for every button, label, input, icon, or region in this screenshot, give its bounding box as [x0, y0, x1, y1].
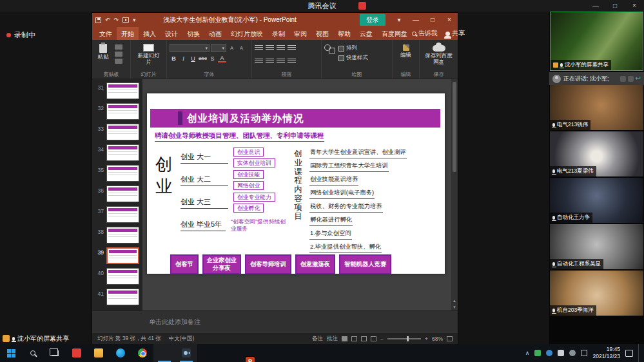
stage-label[interactable]: 创业 大一	[181, 152, 228, 164]
tray-app-icon[interactable]	[546, 350, 552, 356]
slide[interactable]: 创业培训及活动举办情况 聘请创业导师教授项目管理、团队管理、专利申请等课程 创业…	[147, 93, 445, 274]
notes-splitter[interactable]	[92, 311, 458, 313]
stage-item[interactable]: “创客空间”提供持续创业服务	[231, 218, 290, 233]
font-size-combo[interactable]: ▾	[211, 44, 226, 52]
bullets-icon[interactable]	[255, 45, 263, 51]
course-item[interactable]: 2.毕业提供创业帮扶、孵化	[309, 242, 382, 253]
notes-placeholder[interactable]: 单击此处添加备注	[149, 318, 200, 327]
tab-view[interactable]: 视图	[311, 27, 333, 40]
tab-review[interactable]: 审阅	[289, 27, 311, 40]
save-to-baidu-button[interactable]: 保存到百度网盘	[425, 43, 453, 66]
tab-file[interactable]: 文件	[95, 27, 117, 40]
new-slide-button[interactable]: 新建幻灯片	[136, 43, 162, 66]
slide-thumbnail[interactable]: 41	[92, 287, 142, 308]
slide-canvas-area[interactable]: 创业培训及活动举办情况 聘请创业导师教授项目管理、团队管理、专利申请等课程 创业…	[142, 79, 458, 310]
shapes-gallery-icon[interactable]	[324, 44, 335, 53]
screen-share-tile[interactable]: 沈小军的屏幕共享	[550, 12, 643, 71]
copy-icon[interactable]	[115, 52, 122, 57]
undo-icon[interactable]: ↶	[105, 16, 110, 24]
tab-home[interactable]: 开始	[117, 27, 139, 40]
thumbnail-preview[interactable]	[106, 247, 139, 264]
slide-sorter-view-icon[interactable]	[351, 336, 357, 341]
ppt-close-button[interactable]: ×	[441, 13, 458, 27]
task-view-button[interactable]	[44, 344, 66, 362]
course-item[interactable]: 1.参与众创空间	[309, 229, 352, 240]
course-item[interactable]: 网络创业培训(电子商务)	[309, 188, 375, 199]
stage-item[interactable]: 创业专业能力	[233, 193, 275, 202]
participant-tile[interactable]: 自动化王力争	[550, 178, 643, 223]
tray-network-icon[interactable]	[581, 350, 587, 356]
thumbnail-preview[interactable]	[106, 186, 139, 202]
strikethrough-button[interactable]: abc	[199, 54, 207, 62]
participant-tile[interactable]: 电气213钱伟	[550, 85, 643, 130]
start-button[interactable]	[0, 344, 22, 362]
tray-mic-icon[interactable]	[569, 350, 576, 356]
thumbnail-preview[interactable]	[106, 144, 139, 161]
underline-button[interactable]: U	[189, 54, 197, 62]
stage-label[interactable]: 创业 大三	[181, 197, 228, 209]
tab-slideshow[interactable]: 幻灯片放映	[226, 27, 268, 40]
fit-to-window-icon[interactable]	[447, 336, 453, 341]
maximize-button[interactable]: □	[605, 0, 625, 12]
scrollbar-thumb[interactable]	[453, 82, 456, 172]
reaction-icon[interactable]	[628, 76, 634, 82]
indent-icon[interactable]	[277, 45, 285, 51]
thumbnail-preview[interactable]	[106, 206, 139, 223]
close-button[interactable]: ×	[625, 0, 644, 12]
text-shadow-button[interactable]: S	[208, 54, 217, 62]
stage-label[interactable]: 创业 毕业5年	[181, 220, 226, 231]
taskbar-search-button[interactable]	[22, 344, 44, 362]
arrange-button[interactable]: 排列	[338, 44, 368, 52]
tab-help[interactable]: 帮助	[333, 27, 355, 40]
tab-cloud[interactable]: 云盘	[355, 27, 377, 40]
taskbar-app-edge[interactable]	[110, 344, 132, 362]
slideshow-view-icon[interactable]	[371, 336, 376, 341]
reply-icon[interactable]: ↩	[636, 75, 641, 82]
ppt-minimize-button[interactable]: —	[407, 13, 424, 27]
cut-icon[interactable]	[115, 44, 122, 50]
scroll-up-icon[interactable]: ▲	[451, 299, 458, 303]
thumbnail-preview[interactable]	[106, 289, 139, 305]
taskbar-clock[interactable]: 19:45 2021/12/23	[592, 346, 620, 360]
slide-thumbnail-selected[interactable]: 39	[92, 246, 142, 267]
ppt-maximize-button[interactable]: □	[424, 13, 441, 27]
course-item[interactable]: 国际劳工组织青年大学生培训	[309, 161, 389, 172]
stage-label[interactable]: 创业 大二	[181, 175, 228, 186]
activity-button[interactable]: 智能机器人竞赛	[339, 254, 391, 274]
font-color-button[interactable]: A	[218, 54, 226, 62]
start-slideshow-icon[interactable]	[122, 17, 129, 23]
participant-tile[interactable]: 机自203季海洋	[550, 271, 643, 316]
slide-subtitle[interactable]: 聘请创业导师教授项目管理、团队管理、专利申请等课程	[155, 131, 324, 142]
notes-toggle-button[interactable]: 备注	[312, 335, 323, 343]
stage-item[interactable]: 创业技能	[233, 170, 264, 179]
normal-view-icon[interactable]	[342, 336, 347, 341]
slide-vertical-heading[interactable]: 创业课程内容项目	[293, 150, 304, 221]
slide-thumbnail[interactable]: 40	[92, 267, 142, 287]
paste-button[interactable]: 粘贴	[95, 43, 112, 61]
slide-thumbnail[interactable]: 33	[92, 122, 142, 143]
activity-button[interactable]: 创客导师培训	[245, 254, 291, 274]
slide-title-banner[interactable]: 创业培训及活动举办情况	[150, 109, 440, 128]
ribbon-display-options-icon[interactable]: ▾	[391, 13, 407, 27]
tray-expand-icon[interactable]: ∧	[525, 350, 530, 356]
quick-styles-button[interactable]: 快速样式	[338, 54, 368, 62]
taskbar-app-meeting-red[interactable]	[66, 344, 88, 362]
tab-transitions[interactable]: 切换	[182, 27, 204, 40]
canvas-scrollbar[interactable]: ▲ ▼	[451, 79, 458, 310]
scroll-down-icon[interactable]: ▼	[451, 305, 458, 309]
activity-button[interactable]: 创意激荡夜	[295, 254, 335, 274]
slide-thumbnail[interactable]: 36	[92, 184, 142, 205]
activity-button[interactable]: 企业家创业分享夜	[202, 254, 241, 274]
tell-me-button[interactable]: 告诉我	[412, 29, 438, 38]
zoom-level[interactable]: 68%	[432, 336, 443, 342]
language-indicator[interactable]: 中文(中国)	[169, 335, 195, 343]
login-button[interactable]: 登录	[360, 14, 385, 26]
slide-thumbnail[interactable]: 38	[92, 225, 142, 246]
stage-item[interactable]: 网络创业	[233, 181, 264, 190]
redo-icon[interactable]: ↷	[114, 16, 119, 24]
zoom-slider-thumb[interactable]	[407, 336, 409, 341]
reading-view-icon[interactable]	[361, 336, 367, 341]
taskbar-app-camera[interactable]	[175, 344, 197, 362]
align-center-icon[interactable]	[266, 59, 274, 64]
slide-thumbnail[interactable]: 37	[92, 205, 142, 225]
